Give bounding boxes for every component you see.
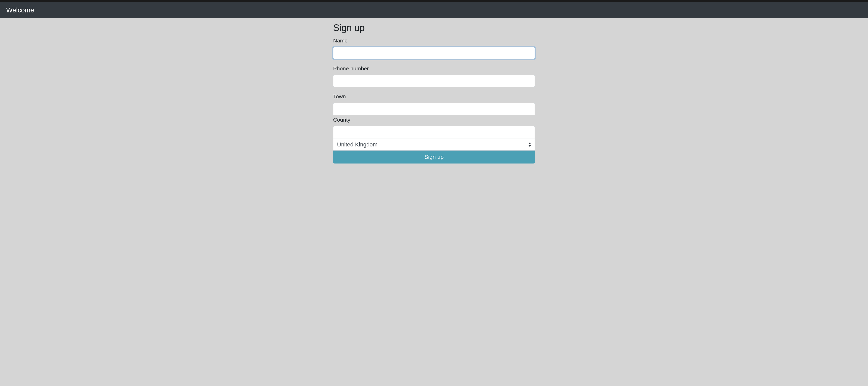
town-group: Town [333,93,535,115]
form-container: Sign up Name Phone number Town County Un… [333,18,535,168]
town-label: Town [333,93,535,99]
phone-input[interactable] [333,75,535,87]
name-input[interactable] [333,47,535,59]
page-title: Sign up [333,23,535,33]
county-group: County United Kingdom [333,117,535,151]
town-input[interactable] [333,103,535,115]
phone-group: Phone number [333,65,535,87]
name-group: Name [333,37,535,59]
name-label: Name [333,37,535,44]
country-select-wrapper: United Kingdom [333,139,535,151]
phone-label: Phone number [333,65,535,72]
signup-button[interactable]: Sign up [333,151,535,164]
navbar: Welcome [0,2,868,18]
navbar-brand[interactable]: Welcome [6,6,34,14]
browser-top-bar [0,0,868,2]
signup-form: Name Phone number Town County United Kin… [333,37,535,164]
county-input[interactable] [333,126,535,139]
country-select[interactable]: United Kingdom [333,138,535,151]
county-label: County [333,117,535,123]
